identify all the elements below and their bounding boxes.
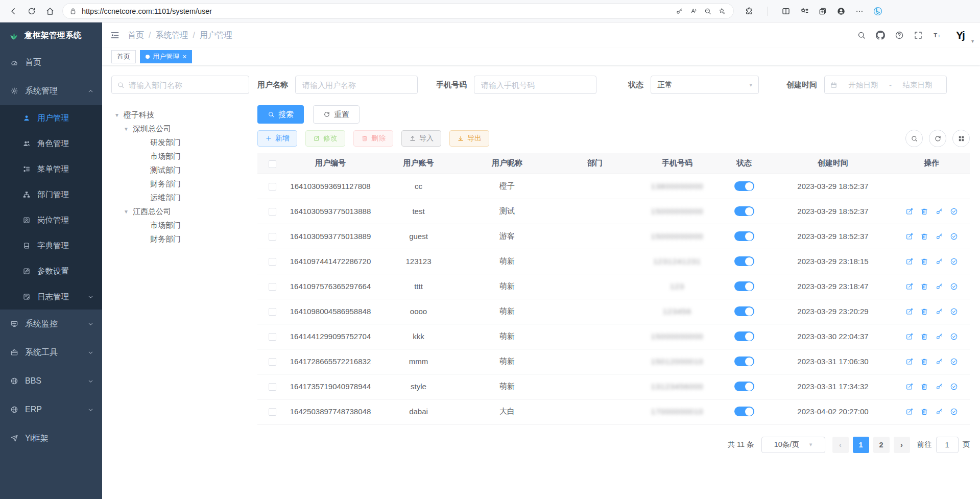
search-icon[interactable] bbox=[857, 31, 866, 40]
phone-input[interactable] bbox=[474, 76, 596, 94]
row-checkbox[interactable] bbox=[269, 308, 276, 316]
refresh-icon[interactable] bbox=[23, 3, 40, 19]
status-toggle[interactable] bbox=[734, 407, 754, 416]
sidebar-item[interactable]: Yi框架 bbox=[0, 424, 102, 453]
toolbar-button[interactable]: 导入 bbox=[401, 130, 441, 147]
search-button[interactable]: 搜索 bbox=[257, 105, 304, 124]
page-number-button[interactable]: 1 bbox=[853, 437, 869, 453]
breadcrumb-item[interactable]: 首页 bbox=[128, 30, 155, 41]
search-icon[interactable] bbox=[905, 130, 923, 147]
select-all-checkbox[interactable] bbox=[269, 160, 276, 168]
toolbar-button[interactable]: 导出 bbox=[449, 130, 489, 147]
row-checkbox[interactable] bbox=[269, 233, 276, 241]
edit-icon[interactable] bbox=[905, 307, 914, 316]
sidebar-item[interactable]: 系统监控 bbox=[0, 310, 102, 338]
tree-node[interactable]: ▼ 市场部门 bbox=[111, 219, 249, 232]
view-tab[interactable]: 用户管理 × bbox=[140, 50, 192, 63]
read-aloud-icon[interactable] bbox=[686, 4, 701, 18]
table-row[interactable]: 1641030593775013888 test 测试 15000000000 … bbox=[257, 199, 970, 224]
status-toggle[interactable] bbox=[734, 181, 754, 191]
sidebar-item[interactable]: 系统管理 bbox=[0, 77, 102, 105]
status-toggle[interactable] bbox=[734, 256, 754, 266]
reset-password-icon[interactable] bbox=[935, 207, 943, 216]
toolbar-button[interactable]: 新增 bbox=[257, 130, 297, 147]
table-row[interactable]: 1641030593691127808 cc 橙子 13800000000 20… bbox=[257, 174, 970, 199]
reset-password-icon[interactable] bbox=[935, 383, 943, 391]
tree-node[interactable]: ▼ 财务部门 bbox=[111, 177, 249, 191]
reset-button[interactable]: 重置 bbox=[313, 105, 360, 124]
divider[interactable] bbox=[759, 3, 776, 19]
row-checkbox[interactable] bbox=[269, 358, 276, 366]
status-toggle[interactable] bbox=[734, 382, 754, 391]
date-range-picker[interactable]: 开始日期 - 结束日期 bbox=[824, 76, 947, 94]
assign-role-icon[interactable] bbox=[950, 307, 958, 316]
reset-password-icon[interactable] bbox=[935, 232, 943, 241]
toolbar-button[interactable]: 修改 bbox=[305, 130, 345, 147]
table-row[interactable]: 1641097441472286720 123123 萌新 1231241231… bbox=[257, 249, 970, 274]
table-row[interactable]: 1641098004586958848 oooo 萌新 123456 2023-… bbox=[257, 299, 970, 324]
toolbar-button[interactable]: 删除 bbox=[353, 130, 393, 147]
goto-page-input[interactable] bbox=[936, 437, 959, 453]
sidebar-item[interactable]: 菜单管理 bbox=[0, 156, 102, 182]
table-row[interactable]: 1641728665572216832 mmm 萌新 15012000010 2… bbox=[257, 349, 970, 374]
row-checkbox[interactable] bbox=[269, 258, 276, 266]
delete-icon[interactable] bbox=[920, 282, 928, 291]
delete-icon[interactable] bbox=[920, 358, 928, 366]
edit-icon[interactable] bbox=[905, 257, 914, 266]
sidebar-item[interactable]: BBS bbox=[0, 367, 102, 395]
tree-node[interactable]: ▼ 江西总公司 bbox=[111, 205, 249, 219]
sidebar-item[interactable]: 首页 bbox=[0, 48, 102, 77]
zoom-out-icon[interactable] bbox=[701, 4, 715, 18]
row-checkbox[interactable] bbox=[269, 383, 276, 391]
assign-role-icon[interactable] bbox=[950, 408, 958, 416]
sidebar-item[interactable]: 岗位管理 bbox=[0, 207, 102, 233]
row-checkbox[interactable] bbox=[269, 208, 276, 216]
fullscreen-icon[interactable] bbox=[914, 31, 923, 40]
assign-role-icon[interactable] bbox=[950, 282, 958, 291]
collections-icon[interactable] bbox=[815, 3, 831, 19]
delete-icon[interactable] bbox=[920, 383, 928, 391]
tree-node[interactable]: ▼ 市场部门 bbox=[111, 150, 249, 163]
split-screen-icon[interactable] bbox=[778, 3, 794, 19]
delete-icon[interactable] bbox=[920, 408, 928, 416]
delete-icon[interactable] bbox=[920, 257, 928, 266]
status-toggle[interactable] bbox=[734, 231, 754, 241]
delete-icon[interactable] bbox=[920, 207, 928, 216]
tree-node[interactable]: ▼ 研发部门 bbox=[111, 136, 249, 150]
status-toggle[interactable] bbox=[734, 206, 754, 216]
url-text[interactable]: https://ccnetcore.com:1101/system/user bbox=[82, 7, 667, 15]
sidebar-item[interactable]: 日志管理 bbox=[0, 284, 102, 310]
reset-password-icon[interactable] bbox=[935, 282, 943, 291]
table-row[interactable]: 1642503897748738048 dabai 大白 17000000010… bbox=[257, 399, 970, 424]
tree-node[interactable]: ▼ 财务部门 bbox=[111, 232, 249, 246]
table-row[interactable]: 1641030593775013889 guest 游客 15000000000… bbox=[257, 224, 970, 249]
edit-icon[interactable] bbox=[905, 282, 914, 291]
back-icon[interactable] bbox=[5, 3, 21, 19]
breadcrumb-item[interactable]: 用户管理 bbox=[200, 30, 232, 41]
edit-icon[interactable] bbox=[905, 408, 914, 416]
row-checkbox[interactable] bbox=[269, 333, 276, 341]
row-checkbox[interactable] bbox=[269, 183, 276, 191]
columns-icon[interactable] bbox=[952, 130, 970, 147]
sidebar-item[interactable]: 字典管理 bbox=[0, 233, 102, 258]
sidebar-item[interactable]: 角色管理 bbox=[0, 131, 102, 156]
tree-node[interactable]: ▼ 橙子科技 bbox=[111, 108, 249, 122]
github-icon[interactable] bbox=[876, 31, 885, 40]
reset-password-icon[interactable] bbox=[935, 332, 943, 341]
assign-role-icon[interactable] bbox=[950, 358, 958, 366]
sidebar-item[interactable]: 参数设置 bbox=[0, 258, 102, 284]
edit-icon[interactable] bbox=[905, 207, 914, 216]
tree-node[interactable]: ▼ 运维部门 bbox=[111, 191, 249, 205]
profile-icon[interactable] bbox=[833, 3, 849, 19]
tree-node[interactable]: ▼ 测试部门 bbox=[111, 163, 249, 177]
table-row[interactable]: 1641097576365297664 tttt 萌新 123 2023-03-… bbox=[257, 274, 970, 299]
sidebar-item[interactable]: 用户管理 bbox=[0, 105, 102, 131]
edit-icon[interactable] bbox=[905, 383, 914, 391]
edit-icon[interactable] bbox=[905, 332, 914, 341]
breadcrumb-item[interactable]: 系统管理 bbox=[155, 30, 199, 41]
assign-role-icon[interactable] bbox=[950, 207, 958, 216]
next-page-button[interactable]: › bbox=[894, 437, 910, 453]
edit-icon[interactable] bbox=[905, 358, 914, 366]
row-checkbox[interactable] bbox=[269, 408, 276, 416]
row-checkbox[interactable] bbox=[269, 283, 276, 291]
